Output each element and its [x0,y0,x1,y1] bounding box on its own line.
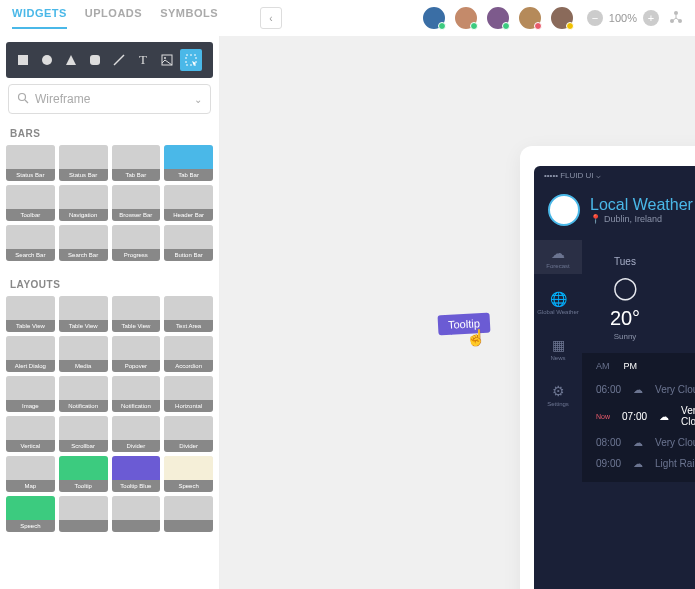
widget-item[interactable]: Notification [112,376,161,412]
widget-item[interactable] [164,496,213,532]
hour-time: 07:00 [622,411,647,422]
bars-grid: Status BarStatus BarTab BarTab BarToolba… [0,145,219,269]
triangle-shape-icon[interactable] [60,49,82,71]
hourly-panel: AM PM 06:00☁Very Cloudy18°Now07:00☁Very … [582,353,695,482]
search-input[interactable]: Wireframe ⌄ [8,84,211,114]
pin-icon: 📍 [590,214,601,224]
widget-item[interactable]: Status Bar [6,145,55,181]
hour-desc: Light Rain [655,458,695,469]
widget-item[interactable]: Scrollbar [59,416,108,452]
collapse-sidebar-button[interactable]: ‹ [260,7,282,29]
rectangle-shape-icon[interactable] [12,49,34,71]
svg-rect-6 [90,55,100,65]
device-frame: ••••• FLUID UI ⌵ 4:21 PM ▭ Local Weather… [520,146,695,589]
hour-row[interactable]: Now07:00☁Very Cloudy15° [596,400,695,432]
weather-location: 📍Dublin, Ireland [590,214,695,224]
widget-item[interactable]: Image [6,376,55,412]
ampm-toggle: AM PM [596,361,695,371]
nav-news[interactable]: ▦News [534,332,582,366]
avatar[interactable] [485,5,511,31]
day-column[interactable]: Wed19°Windy [668,256,695,341]
widget-item[interactable]: Horizontal [164,376,213,412]
widget-item[interactable]: Status Bar [59,145,108,181]
nav-settings[interactable]: ⚙Settings [534,378,582,412]
widget-item[interactable]: Toolbar [6,185,55,221]
section-bars-label: BARS [0,118,219,145]
widget-item[interactable]: Media [59,336,108,372]
avatar[interactable] [517,5,543,31]
tab-uploads[interactable]: UPLOADS [85,7,142,29]
hour-desc: Very Cloudy [681,405,695,427]
widget-item[interactable]: Speech [164,456,213,492]
widget-item[interactable]: Header Bar [164,185,213,221]
cursor-hand-icon: ☝️ [466,328,486,347]
hour-desc: Very Cloudy [655,437,695,448]
widget-item[interactable]: Alert Dialog [6,336,55,372]
rounded-shape-icon[interactable] [84,49,106,71]
widget-item[interactable]: Divider [112,416,161,452]
news-icon: ▦ [552,337,565,353]
avatar[interactable] [421,5,447,31]
zoom-in-button[interactable]: + [643,10,659,26]
svg-point-4 [42,55,52,65]
text-shape-icon[interactable]: T [132,49,154,71]
image-shape-icon[interactable] [156,49,178,71]
tooltip-drag-preview[interactable]: Tooltip ☝️ [438,314,490,334]
widget-item[interactable]: Accordion [164,336,213,372]
day-temp: 20° [582,307,668,330]
hour-row[interactable]: 08:00☁Very Cloudy [596,432,695,453]
widget-item[interactable] [112,496,161,532]
wifi-icon: ⌵ [596,171,601,180]
widget-item[interactable]: Popover [112,336,161,372]
nav-forecast[interactable]: ☁Forecast [534,240,582,274]
hierarchy-icon[interactable] [669,10,683,27]
widget-item[interactable]: Search Bar [59,225,108,261]
widget-item[interactable] [59,496,108,532]
chevron-down-icon: ⌄ [194,94,202,105]
svg-rect-3 [18,55,28,65]
day-column[interactable]: Tues◯20°Sunny [582,256,668,341]
nav-global[interactable]: 🌐Global Weather [534,286,582,320]
search-placeholder: Wireframe [35,92,90,106]
widget-item[interactable]: Progress [112,225,161,261]
widget-item[interactable]: Vertical [6,416,55,452]
zoom-out-button[interactable]: − [587,10,603,26]
carrier-label: ••••• FLUID UI ⌵ [544,171,601,180]
weather-content: Today Tues◯20°SunnyWed19°WindyThurs22°Li… [582,236,695,482]
cloud-icon: ☁ [633,437,643,448]
widget-item[interactable]: Table View [112,296,161,332]
avatar[interactable] [453,5,479,31]
tab-widgets[interactable]: WIDGETS [12,7,67,29]
widget-item[interactable]: Map [6,456,55,492]
weather-header: Local Weather Forecast 📍Dublin, Ireland [534,184,695,236]
widget-item[interactable]: Search Bar [6,225,55,261]
now-label: Now [596,413,610,420]
day-temp: 19° [668,307,695,330]
canvas[interactable]: Tooltip ☝️ ••••• FLUID UI ⌵ 4:21 PM ▭ Lo… [220,36,695,589]
widget-item[interactable]: Button Bar [164,225,213,261]
avatar[interactable] [548,194,580,226]
avatar[interactable] [549,5,575,31]
widget-item[interactable]: Text Area [164,296,213,332]
tabs: WIDGETS UPLOADS SYMBOLS [12,7,218,29]
device-statusbar: ••••• FLUID UI ⌵ 4:21 PM ▭ [534,166,695,184]
circle-shape-icon[interactable] [36,49,58,71]
widget-item[interactable]: Table View [6,296,55,332]
widget-item[interactable]: Notification [59,376,108,412]
widget-item[interactable]: Table View [59,296,108,332]
tab-symbols[interactable]: SYMBOLS [160,7,218,29]
widget-item[interactable]: Divider [164,416,213,452]
hour-row[interactable]: 06:00☁Very Cloudy18° [596,379,695,400]
widget-item[interactable]: Tab Bar [112,145,161,181]
hour-row[interactable]: 09:00☁Light Rain [596,453,695,474]
widget-item[interactable]: Speech [6,496,55,532]
widget-item[interactable]: Browser Bar [112,185,161,221]
widget-item[interactable]: Tooltip [59,456,108,492]
widget-item[interactable]: Tooltip Blue [112,456,161,492]
widget-item[interactable]: Tab Bar [164,145,213,181]
am-tab[interactable]: AM [596,361,610,371]
widget-item[interactable]: Navigation [59,185,108,221]
pm-tab[interactable]: PM [624,361,638,371]
select-shape-icon[interactable] [180,49,202,71]
line-shape-icon[interactable] [108,49,130,71]
